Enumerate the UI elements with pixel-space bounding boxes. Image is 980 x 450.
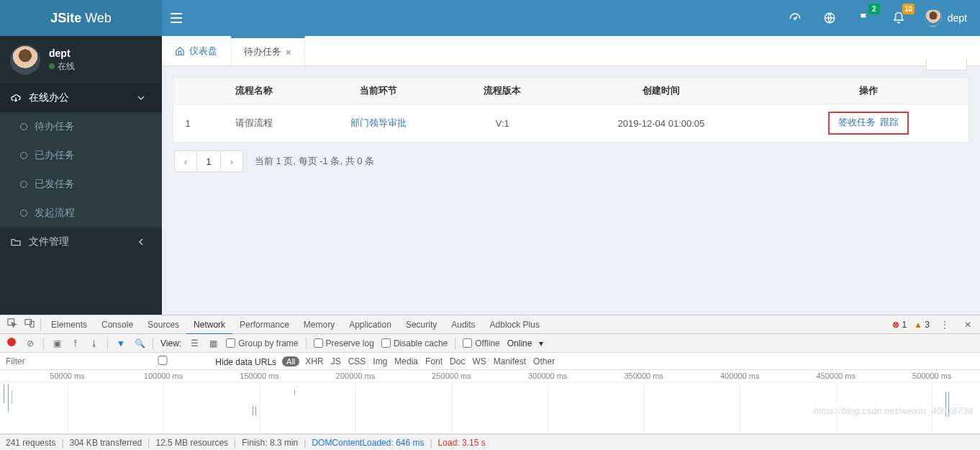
pager-next[interactable]: › <box>220 150 243 172</box>
devtools-tab-performance[interactable]: Performance <box>232 316 296 333</box>
filter-type-media[interactable]: Media <box>394 356 418 366</box>
hide-data-urls[interactable]: Hide data URLs <box>112 356 276 367</box>
status-dot-icon <box>49 63 55 69</box>
timeline-tick: 250000 ms <box>432 372 471 380</box>
throttle-select[interactable]: Online ▾ <box>507 338 544 348</box>
filter-type-xhr[interactable]: XHR <box>305 356 323 366</box>
th-version[interactable]: 流程版本 <box>450 78 554 104</box>
group-by-frame[interactable]: Group by frame <box>226 338 298 348</box>
timeline-tick: 50000 ms <box>50 372 84 380</box>
close-icon[interactable]: ✕ <box>960 320 976 330</box>
timeline-tick: 200000 ms <box>336 372 375 380</box>
devtools-tab-memory[interactable]: Memory <box>296 316 342 333</box>
devtools-tab-application[interactable]: Application <box>342 316 399 333</box>
search-icon[interactable]: 🔍 <box>134 338 145 348</box>
offline-toggle[interactable]: Offline <box>463 338 499 348</box>
table-row[interactable]: 1 请假流程 部门领导审批 V:1 2019-12-04 01:00:05 签收… <box>173 104 968 143</box>
gauge-icon <box>789 12 802 24</box>
kebab-icon[interactable]: ⋮ <box>937 320 953 330</box>
status-dcl: DOMContentLoaded: 646 ms <box>312 438 424 448</box>
devtools-tab-elements[interactable]: Elements <box>44 316 94 333</box>
sidebar-item-done[interactable]: 已办任务 <box>0 141 162 170</box>
step-link[interactable]: 部门领导审批 <box>350 117 407 128</box>
disable-cache[interactable]: Disable cache <box>381 338 448 348</box>
sidebar-user[interactable]: dept 在线 <box>0 36 162 84</box>
sidebar-toggle[interactable] <box>162 13 191 23</box>
import-icon[interactable]: ⭳ <box>89 338 100 348</box>
tab-dashboard[interactable]: 仪表盘 <box>162 36 231 66</box>
filter-type-font[interactable]: Font <box>425 356 443 366</box>
filter-type-css[interactable]: CSS <box>348 356 366 366</box>
timeline-tick: 350000 ms <box>624 372 663 380</box>
notifications-btn[interactable]: 10 <box>890 9 907 27</box>
sidebar-section-online[interactable]: 在线办公 <box>0 84 162 112</box>
sidebar-section-label: 文件管理 <box>29 235 69 248</box>
pager-current[interactable]: 1 <box>197 150 220 172</box>
home-icon <box>175 46 185 56</box>
cloud-icon <box>10 93 22 103</box>
device-icon[interactable] <box>22 318 37 330</box>
filter-input[interactable] <box>6 356 106 366</box>
devtools-tab-network[interactable]: Network <box>186 316 232 335</box>
sidebar-item-sent[interactable]: 已发任务 <box>0 170 162 199</box>
filter-type-ws[interactable]: WS <box>472 356 486 366</box>
hamburger-icon <box>171 13 182 23</box>
network-timeline[interactable]: 50000 ms100000 ms150000 ms200000 ms25000… <box>0 370 980 434</box>
export-icon[interactable]: ⭱ <box>70 338 81 348</box>
circle-icon <box>20 181 27 188</box>
camera-icon[interactable]: ▣ <box>51 338 63 348</box>
th-index <box>173 78 202 104</box>
record-button[interactable] <box>6 338 17 348</box>
tab-label: 仪表盘 <box>189 45 217 58</box>
pager-prev[interactable]: ‹ <box>174 150 197 172</box>
th-created[interactable]: 创建时间 <box>554 78 768 104</box>
sidebar-item-todo[interactable]: 待办任务 <box>0 112 162 141</box>
list-view-icon[interactable]: ☰ <box>189 338 200 348</box>
brand-logo[interactable]: JSite Web <box>0 0 162 36</box>
error-count[interactable]: ⊗ 1 <box>892 320 907 330</box>
chevron-down-icon <box>137 94 145 102</box>
cell-created: 2019-12-04 01:00:05 <box>554 104 768 143</box>
filter-type-img[interactable]: Img <box>373 356 387 366</box>
op-track[interactable]: 跟踪 <box>880 116 899 129</box>
filter-type-js[interactable]: JS <box>331 356 341 366</box>
close-icon[interactable]: × <box>286 47 291 58</box>
sidebar-item-start[interactable]: 发起流程 <box>0 199 162 228</box>
globe-icon-btn[interactable] <box>821 9 838 27</box>
user-menu[interactable]: dept <box>925 9 967 27</box>
status-text: 在线 <box>58 60 75 73</box>
notify-badge: 10 <box>902 4 915 14</box>
devtools-tab-security[interactable]: Security <box>399 316 444 333</box>
filter-all[interactable]: All <box>282 356 299 366</box>
task-table: 流程名称 当前环节 流程版本 创建时间 操作 1 请假流程 部门 <box>173 77 969 143</box>
throttle-label: Online <box>507 338 532 348</box>
clear-icon[interactable]: ⊘ <box>24 338 36 348</box>
preserve-log[interactable]: Preserve log <box>314 338 374 348</box>
network-status-bar: 241 requests| 304 KB transferred| 12.5 M… <box>0 434 980 450</box>
th-name[interactable]: 流程名称 <box>202 78 306 104</box>
devtools-tab-console[interactable]: Console <box>94 316 140 333</box>
big-view-icon[interactable]: ▦ <box>207 338 219 348</box>
filter-icon[interactable]: ▼ <box>115 338 127 348</box>
op-sign[interactable]: 签收任务 <box>838 116 876 129</box>
cb-label: Group by frame <box>238 338 298 348</box>
filter-type-doc[interactable]: Doc <box>450 356 465 366</box>
dashboard-icon-btn[interactable] <box>786 9 804 27</box>
devtools-tab-audits[interactable]: Audits <box>444 316 482 333</box>
tab-todo[interactable]: 待办任务 × <box>231 36 305 66</box>
inspect-icon[interactable] <box>4 318 20 330</box>
devtools-tab-adblock-plus[interactable]: Adblock Plus <box>483 316 547 333</box>
warn-count[interactable]: ▲ 3 <box>914 320 930 330</box>
filter-type-other[interactable]: Other <box>533 356 555 366</box>
tab-label: 待办任务 <box>244 45 281 58</box>
sidebar-item-label: 待办任务 <box>35 120 75 133</box>
sidebar-section-files[interactable]: 文件管理 <box>0 228 162 256</box>
timeline-tick: 450000 ms <box>816 372 855 380</box>
devtools-tab-sources[interactable]: Sources <box>140 316 186 333</box>
circle-icon <box>20 123 27 130</box>
messages-btn[interactable]: 2 <box>856 9 873 27</box>
filter-type-manifest[interactable]: Manifest <box>494 356 526 366</box>
view-label: View: <box>160 338 181 348</box>
globe-icon <box>823 12 836 24</box>
th-step[interactable]: 当前环节 <box>306 78 451 104</box>
